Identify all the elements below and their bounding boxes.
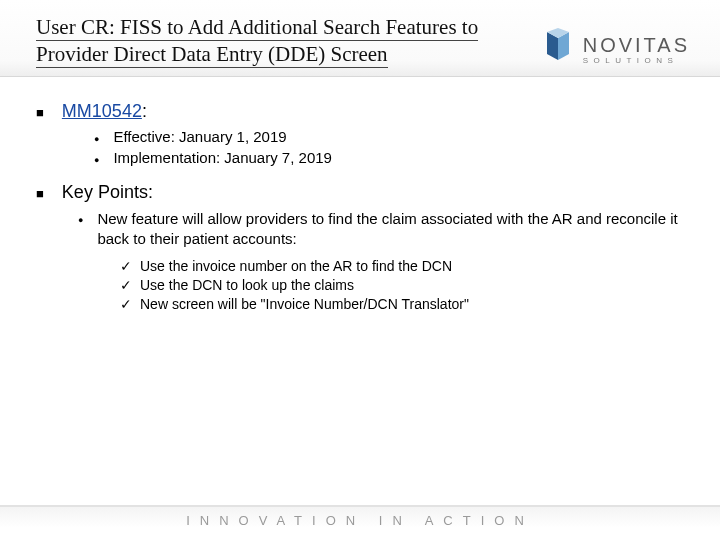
section-key-points: ■ Key Points: (36, 182, 684, 205)
key-points-desc: ● New feature will allow providers to fi… (78, 209, 684, 250)
mm10542-details: ● Effective: January 1, 2019 ● Implement… (94, 128, 684, 169)
colon-text: : (142, 101, 147, 121)
check-text: New screen will be "Invoice Number/DCN T… (140, 296, 469, 312)
check-icon: ✓ (120, 277, 132, 293)
square-bullet-icon: ■ (36, 103, 44, 124)
dot-bullet-icon: ● (78, 213, 83, 228)
check-text: Use the invoice number on the AR to find… (140, 258, 452, 274)
section-mm10542: ■ MM10542: (36, 101, 684, 124)
logo-main-text: NOVITAS (583, 34, 690, 57)
check-icon: ✓ (120, 258, 132, 274)
key-points-label: Key Points: (62, 182, 153, 203)
slide-title: User CR: FISS to Add Additional Search F… (36, 14, 541, 68)
slide-header: User CR: FISS to Add Additional Search F… (0, 0, 720, 77)
list-item: ● Effective: January 1, 2019 (94, 128, 684, 147)
check-text: Use the DCN to look up the claims (140, 277, 354, 293)
square-bullet-icon: ■ (36, 184, 44, 205)
dot-bullet-icon: ● (94, 132, 99, 147)
check-icon: ✓ (120, 296, 132, 312)
feature-description: New feature will allow providers to find… (97, 209, 684, 250)
logo-text: NOVITAS SOLUTIONS (583, 34, 690, 65)
implementation-date: Implementation: January 7, 2019 (113, 149, 331, 166)
slide-body: ■ MM10542: ● Effective: January 1, 2019 … (0, 77, 720, 312)
effective-date: Effective: January 1, 2019 (113, 128, 286, 145)
list-item: ✓ New screen will be "Invoice Number/DCN… (120, 296, 684, 312)
list-item: ● Implementation: January 7, 2019 (94, 149, 684, 168)
list-item: ✓ Use the DCN to look up the claims (120, 277, 684, 293)
list-item: ✓ Use the invoice number on the AR to fi… (120, 258, 684, 274)
logo-mark-icon (541, 28, 575, 70)
check-list: ✓ Use the invoice number on the AR to fi… (120, 258, 684, 312)
novitas-logo: NOVITAS SOLUTIONS (541, 14, 690, 70)
mm10542-link[interactable]: MM10542 (62, 101, 142, 121)
logo-sub-text: SOLUTIONS (583, 56, 690, 65)
slide-footer: INNOVATION IN ACTION (0, 505, 720, 528)
dot-bullet-icon: ● (94, 153, 99, 168)
